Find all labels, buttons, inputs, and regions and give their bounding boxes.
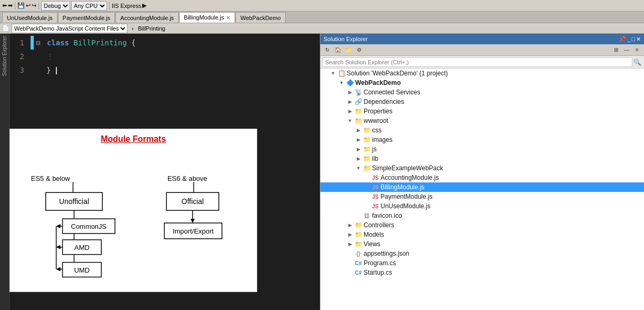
tree-item-connected[interactable]: ▶ 📡 Connected Services: [320, 88, 644, 97]
css-icon: 📁: [363, 126, 371, 134]
dependencies-icon: 🔗: [354, 98, 363, 106]
tree-item-lib[interactable]: ▶ 📁 lib: [320, 154, 644, 163]
toolbar-icon-forward[interactable]: ➡: [8, 2, 13, 9]
models-label: Models: [364, 231, 384, 238]
debug-config-select[interactable]: Debug: [41, 1, 70, 11]
properties-label: Properties: [364, 108, 393, 115]
startup-label: Startup.cs: [364, 269, 392, 276]
tree-item-startup[interactable]: C# Startup.cs: [320, 268, 644, 277]
simpleexample-icon: 📁: [363, 164, 371, 172]
appsettings-icon: {}: [354, 249, 363, 258]
se-minimize-button[interactable]: _: [627, 36, 630, 43]
connected-icon: 📡: [354, 88, 363, 96]
se-tree: ▼ 📋 Solution 'WebPackDemo' (1 project) ▼…: [320, 69, 644, 310]
views-icon: 📁: [354, 240, 363, 248]
importexport-label: Import/Export: [173, 227, 214, 235]
tab-webpackdemo[interactable]: WebPackDemo: [236, 12, 285, 23]
toolbar-icon-save[interactable]: 💾: [17, 2, 25, 9]
models-icon: 📁: [354, 230, 363, 239]
toolbar-icon-undo[interactable]: ↩: [26, 2, 31, 9]
tree-item-program[interactable]: C# Program.cs: [320, 258, 644, 268]
tree-item-js[interactable]: ▶ 📁 js: [320, 144, 644, 154]
cpu-config-select[interactable]: Any CPU: [71, 1, 107, 11]
address-icon: 📄: [2, 25, 9, 32]
se-filter-button[interactable]: ⊞: [611, 45, 621, 55]
se-settings-button[interactable]: ⚙: [354, 45, 364, 55]
accountingmodule-label: AccountingModule.js: [380, 174, 439, 181]
wwwroot-label: wwwroot: [364, 117, 388, 124]
code-line-2: 2 ⋮: [9, 50, 320, 63]
address-bar: 📄 WebPackDemo JavaScript Content Files ›…: [0, 23, 644, 34]
tree-item-solution[interactable]: ▼ 📋 Solution 'WebPackDemo' (1 project): [320, 69, 644, 78]
tree-item-billingmodule[interactable]: JS BillingModule.js: [320, 182, 644, 192]
es5-label: ES5 & below: [31, 175, 71, 182]
breadcrumb-item: BillPrinting: [138, 25, 165, 32]
tree-item-simpleexample[interactable]: ▼ 📁 SimpleExampleWebPack: [320, 163, 644, 173]
tab-accountingmodule[interactable]: AccountingModule.js: [115, 12, 179, 23]
se-home-button[interactable]: 🏠: [333, 45, 343, 55]
address-select[interactable]: WebPackDemo JavaScript Content Files: [12, 24, 128, 33]
tree-item-webpackdemo[interactable]: ▼ 🔷 WebPackDemo: [320, 78, 644, 88]
se-folder-button[interactable]: 📁: [344, 45, 353, 55]
tab-label-accountingmodule: AccountingModule.js: [120, 15, 174, 21]
tab-close-billingmodule[interactable]: ✕: [226, 15, 230, 21]
es6-label: ES6 & above: [168, 175, 208, 182]
tab-paymentmodule[interactable]: PaymentModule.js: [58, 12, 115, 23]
keyword-class: class: [47, 38, 69, 47]
tree-item-controllers[interactable]: ▶ 📁 Controllers: [320, 220, 644, 230]
tree-item-paymentmodule[interactable]: JS PaymentModule.js: [320, 192, 644, 201]
se-search-icon[interactable]: 🔍: [632, 57, 642, 67]
code-line-3: 3 }: [9, 63, 320, 77]
se-maximize-button[interactable]: □: [631, 36, 635, 43]
run-button[interactable]: ▶: [142, 2, 147, 9]
tab-unusedmodule[interactable]: UnUsedModule.js: [2, 12, 57, 23]
toolbar-icon-back[interactable]: ⬅: [2, 2, 7, 9]
views-label: Views: [364, 240, 380, 248]
tree-item-views[interactable]: ▶ 📁 Views: [320, 239, 644, 249]
se-title-text: Solution Explorer: [324, 36, 368, 42]
tab-billingmodule[interactable]: BillingModule.js ✕: [179, 12, 235, 23]
se-sync-button[interactable]: ↻: [323, 45, 332, 55]
arrow-official: [191, 219, 195, 223]
tree-item-models[interactable]: ▶ 📁 Models: [320, 230, 644, 239]
tree-item-dependencies[interactable]: ▶ 🔗 Dependencies: [320, 97, 644, 106]
tree-item-wwwroot[interactable]: ▼ 📁 wwwroot: [320, 116, 644, 125]
unusedmodule-icon: JS: [371, 202, 379, 210]
tree-item-properties[interactable]: ▶ 📁 Properties: [320, 106, 644, 116]
se-collapse-all-button[interactable]: —: [622, 45, 631, 55]
accountingmodule-icon: JS: [371, 173, 379, 182]
se-close-button[interactable]: ✕: [636, 36, 641, 43]
js-icon: 📁: [363, 145, 371, 153]
tree-item-appsettings[interactable]: {} appsettings.json: [320, 249, 644, 258]
brace-open: {: [131, 38, 135, 47]
iis-label: IIS Express: [112, 3, 141, 9]
class-name: BillPrinting: [73, 38, 126, 47]
project-label: WebPackDemo: [355, 79, 401, 86]
unusedmodule-label: UnUsedModule.js: [380, 202, 431, 210]
tree-item-accountingmodule[interactable]: JS AccountingModule.js: [320, 173, 644, 182]
tree-item-favicon[interactable]: 🖼 favicon.ico: [320, 211, 644, 220]
solution-icon: 📋: [337, 69, 346, 78]
js-label: js: [372, 146, 377, 153]
toolbar-icon-redo[interactable]: ↪: [32, 2, 36, 9]
collapse-icon-1[interactable]: ⊟: [36, 38, 40, 47]
images-label: images: [372, 136, 393, 143]
paymentmodule-icon: JS: [371, 192, 379, 201]
solution-explorer: Solution Explorer 📌 _ □ ✕ ↻ 🏠 📁 ⚙ ⊞ — ≡ …: [320, 34, 644, 310]
images-icon: 📁: [363, 135, 371, 144]
tab-label-unusedmodule: UnUsedModule.js: [7, 15, 53, 21]
vertical-tab-label: Solution Explorer: [0, 34, 9, 310]
se-toolbar: ↻ 🏠 📁 ⚙ ⊞ — ≡: [320, 44, 644, 56]
code-editor[interactable]: Solution Explorer 1 ⊟ class BillPrinting…: [0, 34, 320, 310]
se-properties-button[interactable]: ≡: [632, 45, 642, 55]
unofficial-label: Unofficial: [59, 197, 89, 206]
tree-item-images[interactable]: ▶ 📁 images: [320, 135, 644, 144]
line-number-2: 2: [9, 52, 31, 61]
se-search-input[interactable]: [323, 57, 632, 67]
startup-icon: C#: [354, 268, 363, 277]
tree-item-css[interactable]: ▶ 📁 css: [320, 125, 644, 135]
tree-item-unusedmodule[interactable]: JS UnUsedModule.js: [320, 201, 644, 211]
appsettings-label: appsettings.json: [364, 250, 409, 257]
program-icon: C#: [354, 259, 363, 267]
se-pin-button[interactable]: 📌: [619, 36, 626, 43]
